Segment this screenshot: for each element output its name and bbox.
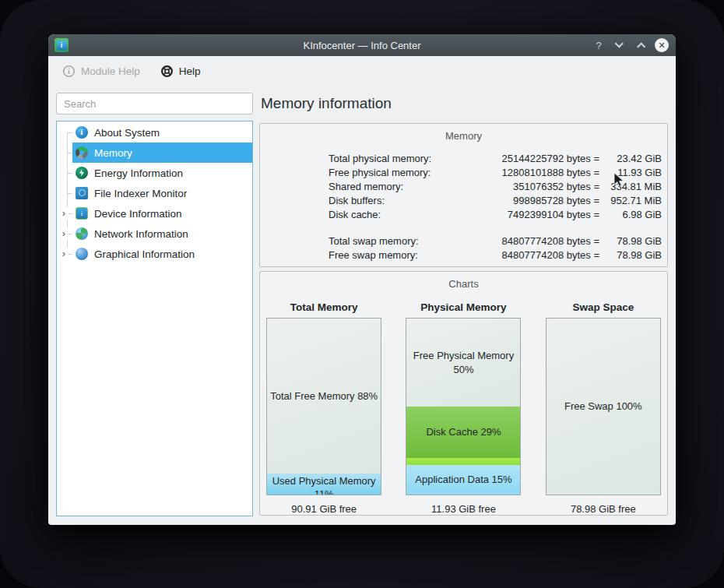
sidebar-item-label: Energy Information	[94, 167, 183, 179]
sidebar-item-energy-information[interactable]: Energy Information	[57, 163, 252, 183]
memory-groupbox: Memory Total physical memory: 2514422579…	[259, 123, 668, 267]
module-tree: i About System Memory Energy Information	[57, 121, 252, 264]
energy-icon	[76, 167, 88, 179]
total-memory-bar: Total Free Memory 88% Used Physical Memo…	[266, 318, 381, 495]
sidebar-item-about-system[interactable]: i About System	[57, 122, 252, 143]
memory-row: Free swap memory: 84807774208 bytes = 78…	[329, 248, 667, 262]
tree-branch	[57, 163, 72, 183]
memory-row-bytes: 12808101888 bytes =	[470, 167, 599, 178]
chart-segment-free-physical: Free Physical Memory 50%	[406, 319, 520, 407]
app-icon: i	[54, 38, 69, 52]
sidebar-item-network-information[interactable]: › Network Information	[57, 224, 252, 244]
memory-row-bytes: 84807774208 bytes =	[470, 235, 599, 247]
chart-segment-application-data: Application Data 15%	[406, 465, 520, 495]
memory-row: Disk buffers: 998985728 bytes = 952.71 M…	[329, 193, 667, 207]
memory-row-label: Total physical memory:	[329, 153, 470, 164]
chart-segment-disk-cache: Disk Cache 29%	[406, 407, 520, 458]
sidebar-item-label: Graphical Information	[94, 248, 195, 260]
chart-title: Total Memory	[290, 301, 358, 313]
sidebar-item-label: Memory	[94, 147, 132, 159]
help-window-button[interactable]: ?	[592, 38, 606, 52]
toolbar: Module Help Help	[48, 56, 676, 86]
memory-row-bytes: 7492399104 bytes =	[470, 209, 599, 220]
chevron-up-icon	[637, 42, 645, 51]
chevron-down-icon	[615, 39, 624, 48]
memory-row-label: Free swap memory:	[329, 249, 470, 261]
maximize-button[interactable]	[634, 38, 648, 52]
memory-row-label: Shared memory:	[329, 181, 470, 192]
kinfocenter-window: i KInfocenter — Info Center ? ✕ Module H…	[48, 34, 676, 525]
close-button[interactable]: ✕	[655, 38, 669, 52]
memory-groupbox-title: Memory	[260, 124, 667, 142]
window-title: KInfocenter — Info Center	[48, 40, 676, 51]
memory-row-bytes: 84807774208 bytes =	[470, 249, 599, 261]
chart-segment-total-free: Total Free Memory 88%	[267, 319, 381, 474]
sidebar-item-label: File Indexer Monitor	[94, 188, 187, 199]
chart-caption: 78.98 GiB free	[571, 503, 636, 515]
titlebar[interactable]: i KInfocenter — Info Center ? ✕	[48, 34, 676, 56]
tree-branch	[57, 143, 72, 163]
network-icon	[76, 227, 88, 240]
memory-row-bytes: 25144225792 bytes =	[470, 153, 599, 164]
chart-segment-used-physical: Used Physical Memory 11%	[267, 474, 381, 495]
memory-rows: Total physical memory: 25144225792 bytes…	[260, 151, 667, 262]
tree-branch	[57, 183, 72, 203]
sidebar-item-label: Device Information	[94, 208, 182, 220]
info-icon: i	[76, 126, 88, 139]
memory-row-value: 78.98 GiB	[599, 235, 662, 247]
chart-title: Physical Memory	[420, 301, 506, 313]
page-title: Memory information	[261, 95, 668, 112]
memory-row-value: 78.98 GiB	[599, 249, 662, 261]
memory-row-label: Free physical memory:	[329, 167, 470, 178]
memory-row-label: Disk buffers:	[329, 195, 470, 206]
module-list: i About System Memory Energy Information	[56, 121, 253, 516]
info-circle-icon	[62, 65, 76, 78]
memory-row-label: Disk cache:	[329, 209, 470, 220]
swap-space-chart: Swap Space Free Swap 100% 78.98 GiB free	[546, 301, 661, 515]
memory-row-value: 334.81 MiB	[599, 181, 662, 192]
charts-groupbox: Charts Total Memory Total Free Memory 88…	[259, 271, 668, 516]
memory-row-bytes: 351076352 bytes =	[470, 181, 599, 192]
mouse-cursor	[613, 172, 625, 188]
help-button[interactable]: Help	[160, 65, 201, 78]
help-label: Help	[179, 65, 201, 77]
search-input[interactable]	[56, 93, 253, 114]
sidebar-item-graphical-information[interactable]: › Graphical Information	[57, 244, 252, 264]
chart-title: Swap Space	[572, 301, 634, 313]
file-indexer-icon	[76, 187, 88, 199]
life-ring-icon	[160, 65, 174, 78]
tree-branch: ›	[57, 224, 72, 244]
memory-row-value: 952.71 MiB	[599, 195, 662, 206]
minimize-button[interactable]	[613, 38, 627, 52]
memory-row-label: Total swap memory:	[329, 235, 470, 247]
sidebar-item-label: About System	[94, 127, 160, 139]
charts-groupbox-title: Charts	[260, 272, 667, 290]
chart-segment-free-swap: Free Swap 100%	[547, 319, 660, 495]
sidebar-item-file-indexer-monitor[interactable]: File Indexer Monitor	[57, 183, 252, 203]
memory-row: Disk cache: 7492399104 bytes = 6.98 GiB	[329, 207, 667, 221]
expander-chevron-icon[interactable]: ›	[59, 227, 69, 240]
memory-icon	[76, 146, 88, 159]
memory-row: Total physical memory: 25144225792 bytes…	[329, 151, 667, 165]
physical-memory-chart: Physical Memory Free Physical Memory 50%…	[406, 301, 521, 515]
physical-memory-bar: Free Physical Memory 50% Disk Cache 29% …	[406, 318, 521, 495]
expander-chevron-icon[interactable]: ›	[59, 248, 69, 260]
total-memory-chart: Total Memory Total Free Memory 88% Used …	[266, 301, 381, 515]
memory-row-value: 11.93 GiB	[599, 167, 662, 178]
sidebar-item-label: Network Information	[94, 228, 188, 240]
chart-caption: 90.91 GiB free	[291, 503, 357, 515]
memory-row-bytes: 998985728 bytes =	[470, 195, 599, 206]
tree-branch	[57, 122, 72, 143]
memory-row-value: 6.98 GiB	[599, 209, 662, 220]
sidebar-item-memory[interactable]: Memory	[57, 143, 252, 163]
chart-segment-disk-buffers	[406, 458, 520, 465]
expander-chevron-icon[interactable]: ›	[59, 207, 69, 220]
device-icon: i	[76, 207, 88, 220]
memory-row-value: 23.42 GiB	[599, 153, 662, 164]
memory-row: Total swap memory: 84807774208 bytes = 7…	[329, 234, 667, 248]
main-panel: Memory information	[259, 86, 668, 112]
chart-caption: 11.93 GiB free	[431, 503, 496, 515]
module-help-button[interactable]: Module Help	[62, 65, 140, 78]
sidebar-item-device-information[interactable]: › i Device Information	[57, 203, 252, 224]
graphical-icon	[76, 248, 88, 260]
